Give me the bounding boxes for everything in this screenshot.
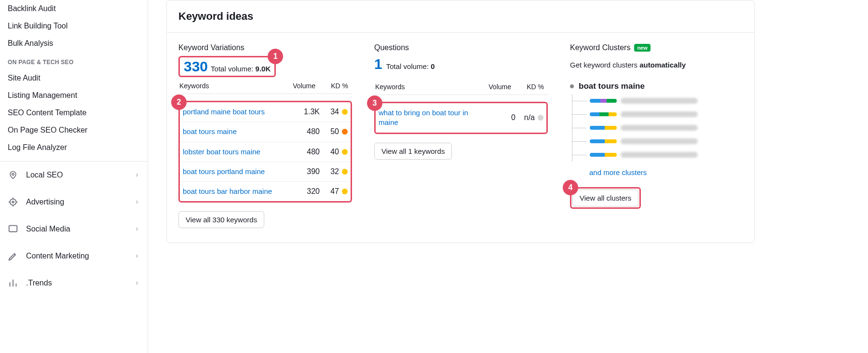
column-heading: Questions <box>374 43 548 52</box>
card-title: Keyword ideas <box>178 10 743 23</box>
bar-chart-icon <box>8 278 18 288</box>
kd-value: n/a <box>515 113 543 122</box>
cluster-branch[interactable] <box>590 148 743 162</box>
view-all-variations-button[interactable]: View all 330 keywords <box>178 211 264 228</box>
header-kd: KD % <box>315 82 351 90</box>
variations-rows-highlight: 2 portland maine boat tours1.3K34boat to… <box>178 101 352 203</box>
kd-difficulty-dot-icon <box>342 149 348 155</box>
blurred-keyword-placeholder <box>621 98 698 104</box>
kd-value: 34 <box>320 108 348 116</box>
sidebar-item-bulk-analysis[interactable]: Bulk Analysis <box>0 35 148 52</box>
sidebar-item-link-building[interactable]: Link Building Tool <box>0 17 148 35</box>
header-volume: Volume <box>477 83 511 91</box>
view-all-questions-button[interactable]: View all 1 keywords <box>374 143 452 160</box>
sidebar-category-content-marketing[interactable]: Content Marketing <box>0 243 148 270</box>
sidebar-category-label: Content Marketing <box>26 252 126 260</box>
more-clusters-link[interactable]: and more clusters <box>589 164 647 180</box>
variations-count[interactable]: 330 <box>184 58 208 75</box>
sidebar-item-on-page-seo-checker[interactable]: On Page SEO Checker <box>0 122 148 139</box>
volume-value: 480 <box>286 127 320 136</box>
variations-total-highlight: 1 330 Total volume: 9.0K <box>178 56 276 77</box>
questions-volume-label: Total volume: 0 <box>386 62 435 70</box>
kd-value: 32 <box>320 167 348 176</box>
keyword-link[interactable]: boat tours maine <box>183 127 286 136</box>
table-row: boat tours bar harbor maine32047 <box>180 182 351 201</box>
table-row: boat tours portland maine39032 <box>180 162 351 182</box>
table-row: lobster boat tours maine48040 <box>180 142 351 162</box>
new-badge: new <box>634 44 650 52</box>
table-row: portland maine boat tours1.3K34 <box>180 102 351 122</box>
keyword-link[interactable]: boat tours bar harbor maine <box>183 187 286 196</box>
cluster-tree: boat tours maine and more clusters <box>570 81 743 180</box>
cluster-branch[interactable] <box>590 94 743 108</box>
root-bullet-icon <box>570 84 574 88</box>
sidebar-category-label: .Trends <box>26 279 126 287</box>
header-kd: KD % <box>511 83 547 91</box>
svg-point-1 <box>10 199 16 205</box>
sidebar-item-seo-content-template[interactable]: SEO Content Template <box>0 104 148 122</box>
kd-difficulty-dot-icon <box>342 129 348 135</box>
sidebar-item-site-audit[interactable]: Site Audit <box>0 69 148 87</box>
cluster-branch[interactable] <box>590 108 743 121</box>
kd-difficulty-dot-icon <box>342 189 348 194</box>
keyword-link[interactable]: boat tours portland maine <box>183 167 286 176</box>
sidebar-item-log-file-analyzer[interactable]: Log File Analyzer <box>0 139 148 156</box>
pencil-icon <box>8 251 18 261</box>
questions-table-header: Keywords Volume KD % <box>374 78 548 95</box>
questions-count[interactable]: 1 <box>374 56 382 72</box>
sidebar-category-label: Local SEO <box>26 171 126 179</box>
kd-value: 50 <box>320 127 348 136</box>
column-heading: Keyword Variations <box>178 43 352 52</box>
sidebar-item-listing-management[interactable]: Listing Management <box>0 87 148 104</box>
card-header: Keyword ideas <box>167 0 754 33</box>
target-icon <box>8 197 18 207</box>
cluster-branch[interactable] <box>590 121 743 135</box>
cluster-branch[interactable] <box>590 135 743 148</box>
cluster-bars-icon <box>590 139 617 143</box>
sidebar-category-trends[interactable]: .Trends <box>0 270 148 297</box>
sidebar-category-label: Social Media <box>26 225 126 233</box>
blurred-keyword-placeholder <box>621 111 698 117</box>
cluster-root-label: boat tours maine <box>579 81 645 91</box>
view-all-clusters-button[interactable]: View all clusters <box>572 190 638 206</box>
clusters-subtitle: Get keyword clusters automatically <box>570 61 743 69</box>
keyword-clusters-column: Keyword Clusters new Get keyword cluster… <box>570 43 743 228</box>
sidebar-item-backlink-audit[interactable]: Backlink Audit <box>0 0 148 17</box>
questions-rows-highlight: 3 what to bring on boat tour in maine0n/… <box>374 102 548 134</box>
chevron-right-icon <box>134 199 140 205</box>
sidebar-category-local-seo[interactable]: Local SEO <box>0 162 148 189</box>
variations-volume-label: Total volume: 9.0K <box>211 65 271 73</box>
annotation-badge-2: 2 <box>171 95 187 110</box>
variations-table-header: Keywords Volume KD % <box>178 77 352 94</box>
kd-value: 47 <box>320 187 348 196</box>
sidebar: Backlink Audit Link Building Tool Bulk A… <box>0 0 148 353</box>
sidebar-section-header: ON PAGE & TECH SEO <box>0 52 148 69</box>
chevron-right-icon <box>134 226 140 232</box>
sidebar-category-social-media[interactable]: Social Media <box>0 216 148 243</box>
annotation-badge-3: 3 <box>367 95 382 111</box>
keyword-link[interactable]: what to bring on boat tour in maine <box>379 108 482 128</box>
pin-icon <box>8 170 18 180</box>
sidebar-category-label: Advertising <box>26 198 126 206</box>
sidebar-category-advertising[interactable]: Advertising <box>0 189 148 216</box>
blurred-keyword-placeholder <box>621 125 698 131</box>
kd-value: 40 <box>320 148 348 156</box>
cluster-bars-icon <box>590 153 617 157</box>
annotation-badge-4: 4 <box>563 180 578 195</box>
keyword-link[interactable]: lobster boat tours maine <box>183 147 286 157</box>
volume-value: 480 <box>286 148 320 156</box>
chevron-right-icon <box>134 280 140 286</box>
main-content: Keyword ideas Keyword Variations 1 330 T… <box>148 0 868 353</box>
kd-difficulty-dot-icon <box>342 109 348 115</box>
volume-value: 320 <box>286 187 320 196</box>
cluster-bars-icon <box>590 126 617 130</box>
svg-point-0 <box>12 173 14 175</box>
svg-point-2 <box>12 201 14 203</box>
chevron-right-icon <box>134 253 140 259</box>
header-volume: Volume <box>282 82 315 90</box>
view-all-clusters-highlight: 4 View all clusters <box>570 187 641 209</box>
volume-value: 1.3K <box>286 108 320 116</box>
keyword-link[interactable]: portland maine boat tours <box>183 107 286 117</box>
questions-column: Questions 1 Total volume: 0 Keywords Vol… <box>374 43 548 228</box>
cluster-root[interactable]: boat tours maine <box>570 81 743 91</box>
